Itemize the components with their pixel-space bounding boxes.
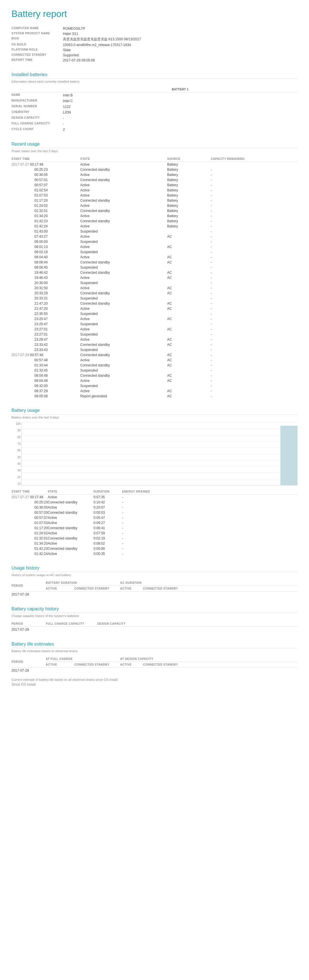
row-capacity: - xyxy=(210,224,298,229)
grid-line-90 xyxy=(22,429,298,429)
row-state: Active xyxy=(80,224,167,229)
row-state: Active xyxy=(80,275,167,280)
battery-label-name: NAME xyxy=(11,92,63,99)
row-capacity: - xyxy=(210,218,298,224)
row-start-time: 01:24:02 xyxy=(11,203,80,208)
row-capacity: - xyxy=(210,337,298,342)
bu-row-energy: - xyxy=(122,500,298,505)
recent-usage-row: 23:25:47 Suspended - xyxy=(11,321,298,327)
bu-row-energy: - xyxy=(122,551,298,556)
battery-label-serial: SERIAL NUMBER xyxy=(11,104,63,110)
battery-usage-row: 01:24:02 Active 0:07:59 - xyxy=(11,531,298,536)
row-state: Connected standby xyxy=(80,373,167,378)
bu-row-start: 01:17:20 xyxy=(11,525,48,531)
row-source: Battery xyxy=(167,218,210,224)
row-source: AC xyxy=(167,244,210,250)
recent-usage-row: 01:42:24 Active Battery - xyxy=(11,224,298,229)
bu-row-energy: - xyxy=(122,495,298,500)
row-source: AC xyxy=(167,327,210,332)
row-state: Suspended xyxy=(80,332,167,337)
row-start-time: 23:27:01 xyxy=(11,332,80,337)
recent-usage-row: 01:43:00 Suspended - xyxy=(11,229,298,234)
row-start-time: 20:31:50 xyxy=(11,285,80,291)
row-state: Connected standby xyxy=(80,167,167,172)
bu-row-duration: 0:07:35 xyxy=(94,495,122,500)
battery-usage-row: 00:57:07 Active 0:05:47 - xyxy=(11,515,298,520)
bu-row-duration: 0:00:00 xyxy=(94,546,122,551)
recent-usage-row: 20:30:00 Suspended - xyxy=(11,280,298,285)
col-cap-period: PERIOD xyxy=(11,621,46,627)
recent-usage-row: 01:34:20 Active Battery - xyxy=(11,213,298,218)
recent-usage-row: 08:37:29 Active AC - xyxy=(11,388,298,394)
capacity-history-title: Battery capacity history xyxy=(11,606,298,613)
row-capacity: - xyxy=(210,280,298,285)
recent-usage-row: 2017-07-29 00:57:48 Connected standby AC… xyxy=(11,352,298,358)
recent-usage-row: 20:31:50 Active AC - xyxy=(11,285,298,291)
battery-label-cycle-count: CYCLE COUNT xyxy=(11,127,63,132)
installed-batteries-section: Installed batteries Information about ea… xyxy=(11,72,298,132)
row-source: AC xyxy=(167,285,210,291)
row-start-time: 00:25:23 xyxy=(11,167,80,172)
col-at-full-charge: AT FULL CHARGE xyxy=(46,656,120,662)
bu-row-energy: - xyxy=(122,546,298,551)
battery-usage-section: Battery usage Battery drains over the la… xyxy=(11,408,298,556)
recent-usage-row: 07:43:27 Active AC - xyxy=(11,234,298,239)
row-capacity: - xyxy=(210,229,298,234)
label-connected-standby: CONNECTED STANDBY xyxy=(11,52,63,58)
row-capacity: - xyxy=(210,383,298,388)
row-source xyxy=(167,250,210,255)
battery-usage-row: 01:34:20 Active 0:08:02 - xyxy=(11,541,298,546)
row-start-time: 01:02:54 xyxy=(11,188,80,193)
usage-history-section: Usage history History of system usage on… xyxy=(11,566,298,597)
page-title: Battery report xyxy=(11,9,298,19)
recent-usage-row: 00:57:01 Connected standby Battery - xyxy=(11,177,298,183)
life-design-standby xyxy=(143,668,298,674)
history-batt-active xyxy=(46,592,74,598)
row-start-time: 01:07:53 xyxy=(11,193,80,198)
battery-value-serial: 1122 xyxy=(63,104,298,110)
row-start-time: 01:42:23 xyxy=(11,218,80,224)
row-capacity: - xyxy=(210,291,298,296)
row-capacity: - xyxy=(210,260,298,265)
bu-row-energy: - xyxy=(122,515,298,520)
capacity-design xyxy=(97,627,298,633)
bu-row-duration: 0:06:41 xyxy=(94,525,122,531)
battery-label-full-charge: FULL CHARGE CAPACITY xyxy=(11,121,63,127)
row-state: Suspended xyxy=(80,347,167,352)
bu-row-state: Connected standby xyxy=(48,546,94,551)
col-ac-standby: CONNECTED STANDBY xyxy=(143,586,298,592)
row-start-time: 23:25:47 xyxy=(11,321,80,327)
row-source xyxy=(167,311,210,317)
current-estimate-label: Current estimate of battery life based o… xyxy=(11,678,298,681)
bu-row-start: 01:32:01 xyxy=(11,536,48,541)
row-state: Active xyxy=(80,327,167,332)
bu-row-state: Active xyxy=(48,505,94,510)
recent-usage-row: 23:29:47 Active AC - xyxy=(11,337,298,342)
installed-batteries-title: Installed batteries xyxy=(11,72,298,79)
row-capacity: - xyxy=(210,198,298,203)
row-start-time: 01:17:20 xyxy=(11,198,80,203)
bu-row-energy: - xyxy=(122,531,298,536)
row-source: AC xyxy=(167,373,210,378)
row-state: Connected standby xyxy=(80,198,167,203)
col-design-cap: DESIGN CAPACITY xyxy=(97,621,298,627)
bu-row-energy: - xyxy=(122,505,298,510)
life-period: 2017-07-28 xyxy=(11,668,46,674)
installed-batteries-subtitle: Information about each currently install… xyxy=(11,80,298,83)
row-state: Suspended xyxy=(80,311,167,317)
recent-usage-row: 08:02:18 Suspended - xyxy=(11,250,298,255)
grid-line-40 xyxy=(22,460,298,460)
history-ac-active xyxy=(120,592,143,598)
recent-usage-row: 01:33:45 Suspended - xyxy=(11,368,298,373)
row-source xyxy=(167,332,210,337)
row-start-time: 20:33:31 xyxy=(11,296,80,301)
bu-row-duration: 0:08:02 xyxy=(94,541,122,546)
row-start-time: 01:42:24 xyxy=(11,224,80,229)
row-state: Active xyxy=(80,378,167,383)
battery-value-name: Intel B xyxy=(63,92,298,99)
col-at-design-capacity: AT DESIGN CAPACITY xyxy=(120,656,298,662)
row-capacity: - xyxy=(210,358,298,363)
row-state: Connected standby xyxy=(80,208,167,213)
row-start-time: 21:47:20 xyxy=(11,306,80,311)
bu-row-start: 00:25:23 xyxy=(11,500,48,505)
